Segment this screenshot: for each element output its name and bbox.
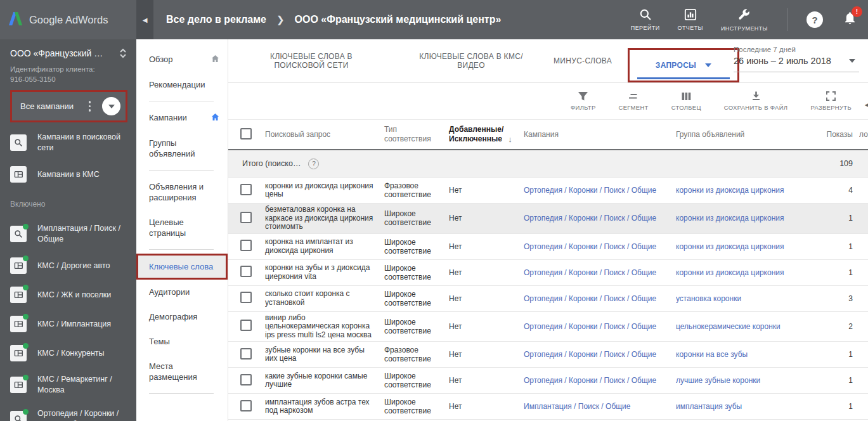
select-all-checkbox[interactable] [240, 128, 252, 139]
campaign-link[interactable]: Ортопедия / Коронки / Поиск / Общие [524, 350, 656, 359]
campaign-type-item[interactable]: Кампании в КМС [0, 160, 136, 188]
nav-item-campaigns[interactable]: Кампании [136, 105, 228, 131]
row-checkbox[interactable] [240, 292, 252, 303]
ad-group-link[interactable]: установка коронки [676, 294, 741, 303]
ad-group-link[interactable]: коронки из диоксида циркония [676, 242, 784, 251]
campaign-item[interactable]: КМС / Ремаркетинг / Москва [0, 368, 136, 401]
match-type-cell: Широкое соответствие [384, 372, 449, 389]
help-button[interactable]: ? [806, 11, 823, 28]
row-checkbox[interactable] [240, 266, 252, 277]
column-header-match-type[interactable]: Тип соответствия [384, 125, 449, 144]
notification-badge: ! [852, 6, 862, 17]
campaign-item[interactable]: КМС / Имплантация [0, 310, 136, 338]
campaign-link[interactable]: Ортопедия / Коронки / Поиск / Общие [524, 214, 656, 223]
campaign-link[interactable]: Ортопедия / Коронки / Поиск / Общие [524, 376, 656, 385]
tools-button[interactable]: ИНСТРУМЕНТЫ [721, 8, 768, 32]
campaign-item[interactable]: Имплантация / Поиск / Общие [0, 217, 136, 250]
table-row: какие зубные коронки самые лучшиеШирокое… [228, 368, 868, 394]
kebab-menu-icon[interactable] [85, 100, 95, 113]
match-type-cell: Фразовое соответствие [384, 346, 449, 363]
column-header-added-excluded[interactable]: Добавленные/ Исключенные ↓ [449, 125, 524, 144]
nav-item-ad-groups[interactable]: Группы объявлений [136, 131, 228, 166]
campaign-type-item[interactable]: Кампании в поисковой сети [0, 126, 136, 159]
expand-button[interactable]: РАЗВЕРНУТЬ [810, 91, 852, 111]
download-button[interactable]: СОХРАНИТЬ В ФАЙЛ [724, 91, 788, 111]
chevron-down-icon [849, 59, 855, 63]
tab-negative-keywords[interactable]: МИНУС-СЛОВА [548, 39, 618, 82]
reports-button[interactable]: ОТЧЕТЫ [678, 8, 703, 31]
collapse-campaigns-button[interactable] [102, 97, 120, 115]
match-type-cell: Широкое соответствие [384, 264, 449, 282]
row-checkbox[interactable] [240, 374, 252, 385]
row-checkbox[interactable] [240, 348, 252, 359]
column-header-ad-group[interactable]: Группа объявлений [676, 130, 819, 139]
adwords-logo-area[interactable]: Google AdWords [0, 0, 136, 39]
nav-item-placements[interactable]: Места размещения [136, 354, 228, 389]
breadcrumb-manager-account[interactable]: Все дело в рекламе [166, 14, 266, 25]
campaign-link[interactable]: Ортопедия / Коронки / Поиск / Общие [524, 186, 656, 195]
campaign-link[interactable]: Ортопедия / Коронки / Поиск / Общие [524, 268, 656, 277]
unfold-accounts-icon[interactable] [119, 48, 127, 61]
nav-item-keywords[interactable]: Ключевые слова [136, 254, 228, 280]
ad-group-link[interactable]: коронки на все зубы [676, 350, 748, 359]
row-checkbox[interactable] [240, 320, 252, 331]
nav-item-landing-pages[interactable]: Целевые страницы [136, 210, 228, 245]
filter-button[interactable]: ФИЛЬТР [571, 92, 596, 111]
campaign-link[interactable]: Ортопедия / Коронки / Поиск / Общие [524, 322, 656, 331]
campaign-item[interactable]: КМС / Конкуренты [0, 339, 136, 367]
breadcrumb: Все дело в рекламе ❯ ООО «Французский ме… [153, 14, 631, 25]
match-type-cell: Широкое соответствие [384, 318, 449, 335]
campaign-item-label: КМС / Конкуренты [37, 348, 105, 359]
bell-icon [843, 16, 857, 27]
campaign-link[interactable]: Имплантация / Поиск / Общие [524, 402, 631, 411]
column-header-campaign[interactable]: Кампания [524, 130, 676, 139]
breadcrumb-client-account[interactable]: ООО «Французский медицинский центр» [295, 14, 502, 25]
nav-item-topics[interactable]: Темы [136, 329, 228, 354]
date-range-picker[interactable]: Последние 7 дней 26 июнь – 2 июль 2018 [734, 46, 859, 72]
nav-item-recommendations[interactable]: Рекомендации [136, 72, 228, 97]
added-excluded-cell: Нет [449, 186, 524, 195]
column-header-query[interactable]: Поисковый запрос [265, 130, 384, 139]
impressions-cell: 1 [819, 214, 859, 223]
ad-group-link[interactable]: лучшие зубные коронки [676, 376, 760, 385]
segment-button[interactable]: СЕГМЕНТ [619, 92, 649, 111]
columns-button[interactable]: СТОЛБЕЦ [671, 92, 701, 111]
all-campaigns-label: Все кампании [20, 101, 85, 111]
chevron-down-icon [108, 105, 115, 108]
tab-search-terms[interactable]: ЗАПРОСЫ [628, 48, 739, 82]
campaign-item[interactable]: КМС / ЖК и поселки [0, 281, 136, 309]
row-checkbox[interactable] [240, 212, 252, 223]
total-impressions: 109 [819, 159, 859, 168]
nav-item-ads-extensions[interactable]: Объявления и расширения [136, 174, 228, 210]
segment-label: СЕГМЕНТ [619, 104, 649, 111]
tab-display-keywords[interactable]: КЛЮЧЕВЫЕ СЛОВА В КМС/ВИДЕО [394, 39, 548, 82]
column-header-impressions[interactable]: Показы [819, 130, 859, 139]
ad-group-link[interactable]: коронки из диоксида циркония [676, 214, 784, 223]
row-checkbox[interactable] [240, 240, 252, 251]
ad-group-link[interactable]: цельнокерамические коронки [676, 322, 781, 331]
nav-item-demographics[interactable]: Демография [136, 304, 228, 329]
impressions-cell: 1 [819, 242, 859, 251]
campaign-item[interactable]: КМС / Дорогие авто [0, 252, 136, 280]
collapse-panel-icon[interactable]: ◀ [865, 100, 868, 109]
nav-item-audiences[interactable]: Аудитории [136, 280, 228, 304]
nav-item-overview[interactable]: Обзор [136, 47, 228, 72]
ad-group-link[interactable]: коронки из диоксида циркония [676, 186, 784, 195]
collapse-sidebar-button[interactable]: ◀ [136, 0, 153, 39]
goto-button[interactable]: ПЕРЕЙТИ [631, 8, 660, 31]
row-checkbox[interactable] [240, 184, 252, 195]
added-excluded-cell: Нет [449, 294, 524, 303]
campaign-link[interactable]: Ортопедия / Коронки / Поиск / Общие [524, 242, 656, 251]
campaign-link[interactable]: Ортопедия / Коронки / Поиск / Общие [524, 294, 656, 303]
topbar-divider [787, 8, 787, 31]
help-icon: ? [812, 15, 817, 25]
tab-search-keywords[interactable]: КЛЮЧЕВЫЕ СЛОВА В ПОИСКОВОЙ СЕТИ [228, 39, 394, 82]
ad-group-link[interactable]: имплантация зубы [676, 402, 742, 411]
all-campaigns-item[interactable]: Все кампании [10, 90, 127, 122]
notifications-button[interactable]: ! [843, 11, 857, 28]
ad-group-link[interactable]: коронки из диоксида циркония [676, 268, 784, 277]
campaign-item[interactable]: Ортопедия / Коронки / Поиск / Общие [0, 403, 136, 421]
row-checkbox[interactable] [240, 400, 252, 411]
impressions-cell: 3 [819, 294, 859, 303]
help-circle-icon[interactable]: ? [308, 159, 319, 169]
